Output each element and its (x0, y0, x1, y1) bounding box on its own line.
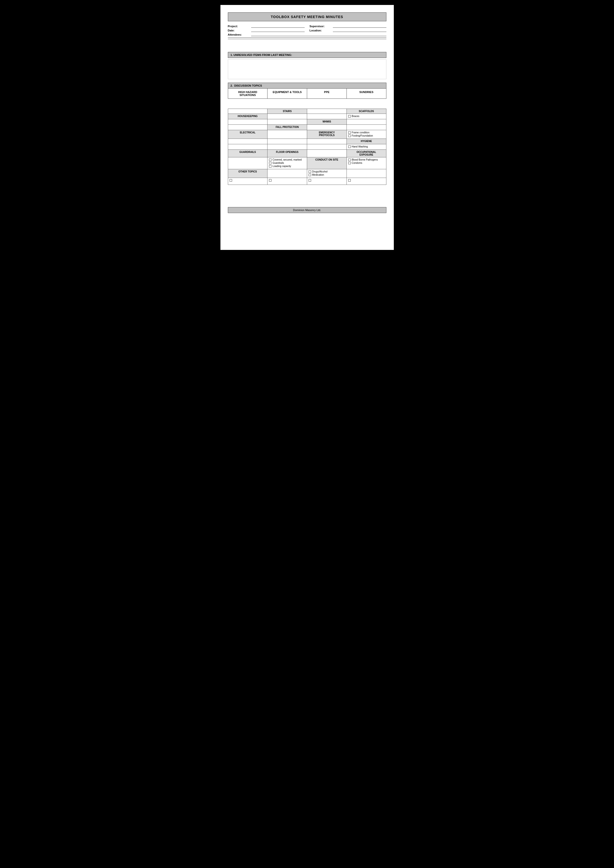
topic-sundries: SUNDRIES (347, 88, 386, 98)
label-supervisor: Supervisor: (309, 25, 332, 28)
cell-whmis: WHMIS (307, 119, 347, 125)
cell-conduct-on-site: CONDUCT ON SITE (307, 157, 347, 169)
page-title-bar: TOOLBOX SAFETY MEETING MINUTES (228, 12, 386, 21)
section2-header: 2. DISCUSSION TOPICS (228, 83, 386, 88)
cell-housekeeping: HOUSEKEEPING (228, 114, 267, 119)
checkbox-medication[interactable] (309, 174, 311, 176)
cell-r7-c3 (307, 144, 347, 150)
label-hand-washing: Hand Washing (352, 145, 368, 148)
cell-r4-c3 (307, 125, 347, 130)
grid-row-1: STAIRS SCAFFOLDS (228, 109, 386, 114)
label-footing: Footing/Foundation (352, 134, 373, 137)
checkbox-other-3[interactable] (309, 179, 311, 181)
checkbox-loading-capacity[interactable] (269, 165, 272, 167)
main-grid-table: STAIRS SCAFFOLDS HOUSEKEEPING Braces WHM… (228, 108, 386, 185)
cell-r3-c2 (267, 119, 307, 125)
cell-r2-c2 (267, 114, 307, 119)
cell-r7-c2 (267, 144, 307, 150)
cell-r3-c1 (228, 119, 267, 125)
checkbox-guardrails-fo[interactable] (269, 162, 272, 164)
cell-r11-c1 (228, 178, 267, 185)
cell-braces: Braces (347, 114, 386, 119)
label-date: Date: (228, 29, 250, 32)
section1-label: UNRESOLVED ITEMS FROM LAST MEETING: (233, 53, 292, 56)
item-medication: Medication (309, 174, 345, 176)
cell-r7-c1 (228, 144, 267, 150)
unresolved-area[interactable] (228, 59, 386, 79)
cell-r1-c3 (307, 109, 347, 114)
checkbox-frame-condition[interactable] (348, 132, 351, 134)
cell-r2-c3 (307, 114, 347, 119)
cell-emergency-protocols: EMERGENCY PROTOCOLS (307, 130, 347, 139)
grid-row-8: GUARDRAILS FLOOR OPENINGS OCCUPATIONAL E… (228, 150, 386, 157)
cell-r9-c1 (228, 157, 267, 169)
topic-high-hazard: HIGH HAZARDSITUATIONS (228, 88, 268, 98)
line-location[interactable] (333, 29, 386, 32)
footer-text: Dominion Masonry Ltd. (293, 209, 321, 212)
page: TOOLBOX SAFETY MEETING MINUTES Project: … (221, 5, 394, 250)
grid-row-6: HYGIENE (228, 139, 386, 144)
grid-row-4: FALL PROTECTION (228, 125, 386, 130)
cell-guardrails: GUARDRAILS (228, 150, 267, 157)
cell-blood-condoms: Blood Borne Pathogens Condoms (347, 157, 386, 169)
cell-r10-c2 (267, 169, 307, 178)
cell-hygiene: HYGIENE (347, 139, 386, 144)
label-frame-condition: Frame condition (352, 131, 370, 134)
checkbox-covered-secured[interactable] (269, 159, 272, 161)
checkbox-blood-borne[interactable] (348, 159, 351, 161)
line-supervisor[interactable] (333, 25, 386, 28)
item-frame-condition: Frame condition (348, 131, 385, 134)
page-title: TOOLBOX SAFETY MEETING MINUTES (271, 15, 343, 19)
line-attendees[interactable] (251, 33, 386, 36)
cell-r1-c1 (228, 109, 267, 114)
checkbox-braces[interactable] (348, 115, 351, 118)
item-loading-capacity: Loading capacity (269, 165, 305, 167)
label-project: Project: (228, 25, 250, 28)
item-hand-washing: Hand Washing (348, 145, 385, 148)
cell-r4-c1 (228, 125, 267, 130)
checkbox-other-4[interactable] (348, 179, 351, 181)
grid-row-11 (228, 178, 386, 185)
section2-label: DISCUSSION TOPICS (234, 84, 262, 87)
label-condoms: Condoms (352, 161, 362, 164)
cell-stairs: STAIRS (267, 109, 307, 114)
section1-header: 1. UNRESOLVED ITEMS FROM LAST MEETING: (228, 52, 386, 58)
line-project[interactable] (251, 25, 305, 28)
label-guardrails-fo: Guardrails (272, 161, 284, 164)
cell-r10-c4 (347, 169, 386, 178)
section2-number: 2. (231, 84, 233, 87)
checkbox-drugs-alcohol[interactable] (309, 170, 311, 173)
info-section: Project: Supervisor: Date: Location: Att… (228, 25, 386, 50)
grid-row-3: WHMIS (228, 119, 386, 125)
checkbox-condoms[interactable] (348, 162, 351, 164)
cell-r11-c2 (267, 178, 307, 185)
cell-r5-c2 (267, 130, 307, 139)
line-date[interactable] (251, 29, 305, 32)
cell-r11-c4 (347, 178, 386, 185)
checkbox-footing[interactable] (348, 135, 351, 137)
label-covered-secured: Covered, secured, marked (272, 158, 302, 161)
cell-r6-c3 (307, 139, 347, 144)
label-drugs-alcohol: Drugs/Alcohol (312, 170, 328, 173)
grid-row-7: Hand Washing (228, 144, 386, 150)
cell-r3-c4 (347, 119, 386, 125)
cell-r6-c1 (228, 139, 267, 144)
cell-fall-protection: FALL PROTECTION (267, 125, 307, 130)
item-covered-secured: Covered, secured, marked (269, 158, 305, 161)
cell-conduct-items: Drugs/Alcohol Medication (307, 169, 347, 178)
info-row-date: Date: Location: (228, 29, 386, 32)
item-braces: Braces (348, 115, 385, 118)
checkbox-other-2[interactable] (269, 179, 272, 181)
grid-row-5: ELECTRICAL EMERGENCY PROTOCOLS Frame con… (228, 130, 386, 139)
label-blood-borne: Blood Borne Pathogens (352, 158, 378, 161)
cell-r4-c4 (347, 125, 386, 130)
checkbox-hand-washing[interactable] (348, 146, 351, 148)
item-condoms: Condoms (348, 161, 385, 164)
cell-r8-c3 (307, 150, 347, 157)
cell-scaffolds: SCAFFOLDS (347, 109, 386, 114)
spacer1 (228, 101, 386, 106)
item-blood-borne: Blood Borne Pathogens (348, 158, 385, 161)
item-drugs-alcohol: Drugs/Alcohol (309, 170, 345, 173)
label-medication: Medication (312, 174, 324, 176)
checkbox-other-1[interactable] (230, 179, 232, 181)
